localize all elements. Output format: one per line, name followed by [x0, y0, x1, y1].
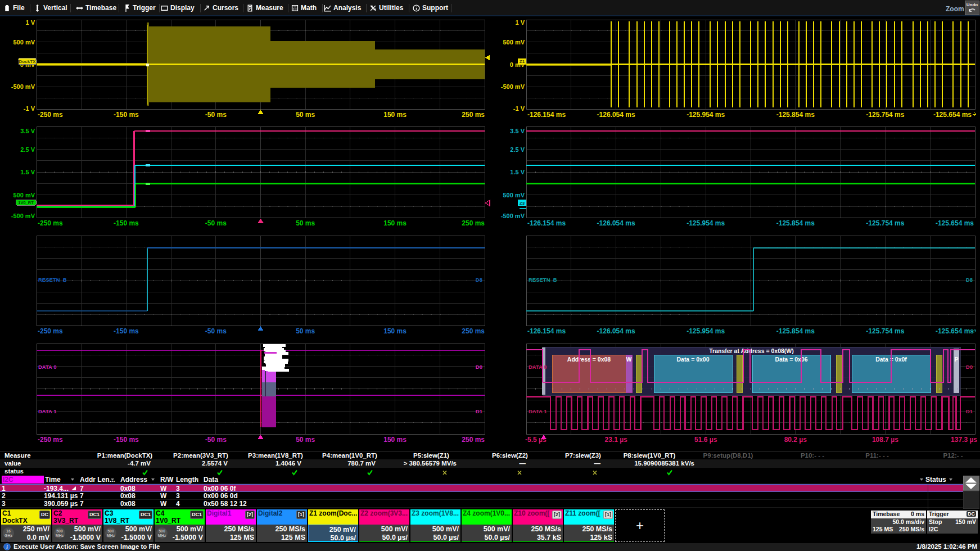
svg-text:-125.654 ms: -125.654 ms: [936, 219, 974, 227]
svg-text:-250 ms: -250 ms: [38, 327, 63, 335]
svg-text:23.1 µs: 23.1 µs: [604, 436, 627, 444]
svg-text:108.7 µs: 108.7 µs: [872, 436, 898, 444]
svg-text:DATA 0: DATA 0: [529, 364, 547, 370]
svg-text:1 V: 1 V: [25, 19, 35, 26]
svg-text:Data = 0x06: Data = 0x06: [775, 356, 807, 363]
svg-text:500 mV: 500 mV: [13, 39, 35, 46]
svg-text:-150 ms: -150 ms: [114, 111, 139, 119]
svg-text:150 ms: 150 ms: [383, 327, 407, 335]
svg-text:1 V: 1 V: [515, 19, 525, 26]
svg-text:Transfer at Address = 0x08(W): Transfer at Address = 0x08(W): [709, 347, 793, 354]
svg-text:DATA 0: DATA 0: [38, 364, 57, 370]
svg-text:500 mV: 500 mV: [13, 192, 35, 198]
svg-text:50 ms: 50 ms: [296, 436, 315, 444]
svg-text:250 ms: 250 ms: [462, 219, 485, 227]
svg-text:D8: D8: [476, 277, 482, 283]
svg-text:3.5 V: 3.5 V: [510, 128, 525, 134]
svg-text:-50 ms: -50 ms: [205, 327, 227, 335]
svg-text:-125.754 ms: -125.754 ms: [866, 111, 904, 119]
svg-text:2.5 V: 2.5 V: [20, 146, 35, 153]
svg-text:2.5 V: 2.5 V: [510, 146, 525, 153]
svg-text:-150 ms: -150 ms: [114, 327, 139, 335]
svg-text:Data = 0x00: Data = 0x00: [676, 356, 709, 363]
svg-text:50 ms: 50 ms: [296, 111, 315, 119]
svg-text:-50 ms: -50 ms: [205, 219, 227, 227]
svg-text:-125.954 ms: -125.954 ms: [687, 327, 725, 335]
svg-text:3.5 V: 3.5 V: [20, 128, 35, 134]
svg-text:-125.654 ms: -125.654 ms: [933, 111, 972, 119]
svg-text:-125.754 ms: -125.754 ms: [866, 219, 904, 227]
svg-text:D1: D1: [966, 408, 973, 414]
svg-text:-125.854 ms: -125.854 ms: [776, 111, 815, 119]
svg-text:-125.854 ms: -125.854 ms: [776, 327, 815, 335]
svg-text:-125.954 ms: -125.954 ms: [687, 111, 725, 119]
svg-text:51.6 µs: 51.6 µs: [694, 436, 717, 444]
svg-text:150 ms: 150 ms: [383, 111, 407, 119]
svg-text:-250 ms: -250 ms: [38, 436, 63, 444]
svg-text:-125.854 ms: -125.854 ms: [776, 219, 815, 227]
svg-text:137.3 µs: 137.3 µs: [951, 436, 977, 444]
svg-text:Z3: Z3: [520, 201, 525, 206]
svg-text:-126.054 ms: -126.054 ms: [597, 327, 635, 335]
svg-text:1.5 V: 1.5 V: [20, 169, 35, 175]
svg-text:150 ms: 150 ms: [383, 219, 407, 227]
svg-text:-126.154 ms: -126.154 ms: [527, 219, 566, 227]
svg-text:-126.154 ms: -126.154 ms: [527, 111, 566, 119]
svg-text:-500 mV: -500 mV: [501, 213, 525, 219]
svg-text:DATA 1: DATA 1: [529, 408, 547, 414]
svg-text:-150 ms: -150 ms: [114, 219, 139, 227]
svg-text:50 ms: 50 ms: [296, 327, 315, 335]
svg-text:W: W: [626, 356, 632, 363]
svg-text:-500 mV: -500 mV: [11, 213, 35, 219]
svg-text:1V0_RT: 1V0_RT: [18, 200, 34, 205]
svg-text:D1: D1: [476, 408, 483, 414]
svg-text:P: P: [954, 356, 958, 363]
svg-text:-125.954 ms: -125.954 ms: [687, 219, 725, 227]
svg-text:D0: D0: [966, 364, 973, 370]
svg-text:-126.054 ms: -126.054 ms: [597, 111, 635, 119]
svg-text:250 ms: 250 ms: [462, 327, 485, 335]
svg-text:-126.054 ms: -126.054 ms: [597, 219, 635, 227]
svg-text:1.5 V: 1.5 V: [510, 169, 525, 175]
svg-text:DATA 1: DATA 1: [38, 408, 57, 414]
svg-text:-150 ms: -150 ms: [114, 436, 139, 444]
svg-text:Address = 0x08: Address = 0x08: [567, 356, 611, 363]
svg-text:-50 ms: -50 ms: [205, 111, 227, 119]
svg-text:DockTX: DockTX: [19, 59, 36, 64]
svg-text:-1 V: -1 V: [513, 105, 525, 112]
svg-text:-126.154 ms: -126.154 ms: [527, 327, 566, 335]
svg-text:500 mV: 500 mV: [503, 192, 525, 198]
svg-text:250 ms: 250 ms: [462, 111, 485, 119]
svg-text:-125.754 ms: -125.754 ms: [866, 327, 904, 335]
svg-text:-250 ms: -250 ms: [38, 111, 63, 119]
svg-text:-1 V: -1 V: [24, 105, 35, 112]
svg-text:80.2 µs: 80.2 µs: [784, 436, 807, 444]
svg-text:RESETN_B: RESETN_B: [38, 277, 67, 283]
svg-text:500 mV: 500 mV: [503, 39, 525, 46]
svg-text:-500 mV: -500 mV: [11, 83, 35, 90]
svg-text:RESETN_B: RESETN_B: [529, 277, 557, 283]
svg-text:-500 mV: -500 mV: [501, 83, 525, 90]
svg-text:-125.654 ms: -125.654 ms: [936, 327, 974, 335]
svg-text:-50 ms: -50 ms: [205, 436, 227, 444]
svg-text:150 ms: 150 ms: [383, 436, 407, 444]
svg-text:50 ms: 50 ms: [296, 219, 315, 227]
svg-text:D8: D8: [966, 277, 973, 283]
svg-text:D0: D0: [476, 364, 482, 370]
svg-text:250 ms: 250 ms: [462, 436, 485, 444]
svg-text:-250 ms: -250 ms: [38, 219, 63, 227]
svg-text:Z1: Z1: [520, 59, 525, 64]
